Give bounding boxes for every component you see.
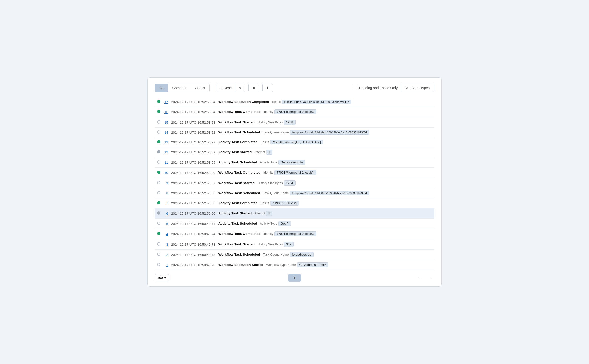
timeline-dot (157, 110, 160, 113)
event-timestamp: 2024-12-17 UTC 16:52:53.24 (170, 97, 217, 107)
pending-filter: Pending and Failed Only (353, 86, 398, 90)
table-row[interactable]: 42024-12-17 UTC 16:50:49.74Workflow Task… (155, 229, 434, 239)
event-id[interactable]: 4 (163, 229, 170, 239)
table-row[interactable]: 172024-12-17 UTC 16:52:53.24Workflow Exe… (155, 97, 434, 107)
table-row[interactable]: 112024-12-17 UTC 16:52:53.09Activity Tas… (155, 157, 434, 168)
per-page-value: 100 (157, 276, 163, 280)
prev-page-button[interactable]: ← (415, 274, 424, 281)
timeline-dot-cell (155, 208, 163, 219)
view-all-button[interactable]: All (155, 84, 168, 92)
pause-button[interactable]: ⏸ (248, 84, 259, 92)
event-name: Activity Task Completed (218, 201, 258, 205)
timeline-dot (157, 253, 160, 256)
table-row[interactable]: 12024-12-17 UTC 16:50:49.73Workflow Exec… (155, 260, 434, 270)
timeline-dot (157, 232, 160, 235)
timeline-dot-cell (155, 260, 163, 270)
pending-failed-checkbox[interactable] (353, 86, 357, 90)
next-page-button[interactable]: → (426, 274, 434, 281)
event-id[interactable]: 16 (163, 107, 170, 117)
event-id[interactable]: 8 (163, 188, 170, 198)
event-details-cell: Workflow Task Started History Size Bytes… (217, 178, 434, 188)
table-row[interactable]: 122024-12-17 UTC 16:52:53.09Activity Tas… (155, 147, 434, 157)
timeline-dot-cell (155, 137, 163, 147)
events-table: 172024-12-17 UTC 16:52:53.24Workflow Exe… (155, 97, 434, 270)
meta-label: Activity Type (259, 222, 277, 225)
meta-value: temporal-2.local:c61db8ac-189f-4b4e-8a15… (290, 191, 369, 195)
event-details-cell: Workflow Task Completed Identity77001@te… (217, 229, 434, 239)
table-row[interactable]: 162024-12-17 UTC 16:52:53.24Workflow Tas… (155, 107, 434, 117)
table-row[interactable]: 92024-12-17 UTC 16:52:53.07Workflow Task… (155, 178, 434, 188)
event-id[interactable]: 12 (163, 147, 170, 157)
event-details-cell: Activity Task Started Attempt1 (217, 147, 434, 157)
table-row[interactable]: 32024-12-17 UTC 16:50:49.73Workflow Task… (155, 239, 434, 250)
event-id[interactable]: 11 (163, 157, 170, 168)
event-id[interactable]: 1 (163, 260, 170, 270)
timeline-dot (157, 150, 160, 153)
event-id[interactable]: 10 (163, 168, 170, 178)
timeline-dot (157, 100, 160, 103)
event-name: Workflow Task Scheduled (218, 191, 260, 195)
table-row[interactable]: 152024-12-17 UTC 16:52:53.23Workflow Tas… (155, 117, 434, 128)
event-details-cell: Workflow Task Completed Identity77001@te… (217, 107, 434, 117)
event-details-cell: Activity Task Completed Result["198.51.1… (217, 198, 434, 208)
event-id[interactable]: 14 (163, 128, 170, 137)
event-timestamp: 2024-12-17 UTC 16:50:49.74 (170, 229, 217, 239)
sort-desc-button[interactable]: ↓ Desc (217, 84, 235, 92)
table-row[interactable]: 132024-12-17 UTC 16:52:53.22Activity Tas… (155, 137, 434, 147)
event-id[interactable]: 13 (163, 137, 170, 147)
event-details-cell: Workflow Task Completed Identity77001@te… (217, 168, 434, 178)
table-row[interactable]: 102024-12-17 UTC 16:52:53.09Workflow Tas… (155, 168, 434, 178)
event-name: Activity Task Started (218, 211, 252, 215)
table-row[interactable]: 62024-12-17 UTC 16:52:52.90Activity Task… (155, 208, 434, 219)
event-id[interactable]: 7 (163, 198, 170, 208)
meta-value: ["198.51.100.23"] (270, 201, 299, 206)
filter-icon: ⊘ (405, 86, 408, 90)
event-timestamp: 2024-12-17 UTC 16:52:53.05 (170, 198, 217, 208)
page-indicator: 1 (288, 274, 301, 282)
meta-label: History Size Bytes (257, 181, 283, 185)
table-row[interactable]: 52024-12-17 UTC 16:50:49.74Activity Task… (155, 219, 434, 229)
event-name: Workflow Task Started (218, 242, 255, 246)
event-name: Activity Task Started (218, 150, 252, 154)
timeline-dot (157, 120, 160, 124)
event-name: Workflow Task Completed (218, 171, 261, 174)
meta-value: 77001@temporal-2.local@ (274, 231, 316, 236)
event-types-button[interactable]: ⊘ Event Types (401, 84, 434, 92)
meta-value: 332 (284, 242, 294, 247)
timeline-dot (157, 140, 160, 143)
event-id[interactable]: 5 (163, 219, 170, 229)
event-id[interactable]: 6 (163, 208, 170, 219)
event-id[interactable]: 3 (163, 239, 170, 250)
main-container: All Compact JSON ↓ Desc ∨ ⏸ ⬇ Pending an… (147, 77, 442, 287)
event-details-cell: Workflow Task Started History Size Bytes… (217, 239, 434, 250)
event-details-cell: Activity Task Scheduled Activity TypeGet… (217, 219, 434, 229)
table-row[interactable]: 22024-12-17 UTC 16:50:49.73Workflow Task… (155, 250, 434, 260)
timeline-dot-cell (155, 168, 163, 178)
meta-label: Identity (262, 232, 273, 236)
view-compact-button[interactable]: Compact (168, 84, 191, 92)
table-row[interactable]: 72024-12-17 UTC 16:52:53.05Activity Task… (155, 198, 434, 208)
event-timestamp: 2024-12-17 UTC 16:50:49.73 (170, 239, 217, 250)
meta-value: GetLocationInfo (278, 160, 305, 165)
table-row[interactable]: 142024-12-17 UTC 16:52:53.22Workflow Tas… (155, 128, 434, 137)
per-page-select[interactable]: 100 ∨ (155, 274, 169, 281)
meta-value: GetIP (278, 221, 291, 226)
timeline-dot-cell (155, 219, 163, 229)
meta-value: ["Hello, Brian. Your IP is 198.51.100.23… (282, 100, 351, 104)
timeline-dot-cell (155, 188, 163, 198)
event-id[interactable]: 2 (163, 250, 170, 260)
meta-label: Task Queue Name (262, 191, 289, 195)
event-id[interactable]: 17 (163, 97, 170, 107)
event-name: Workflow Task Completed (218, 110, 261, 114)
event-timestamp: 2024-12-17 UTC 16:50:49.73 (170, 260, 217, 270)
table-row[interactable]: 82024-12-17 UTC 16:52:53.05Workflow Task… (155, 188, 434, 198)
view-json-button[interactable]: JSON (191, 84, 209, 92)
download-button[interactable]: ⬇ (262, 84, 273, 92)
meta-label: Identity (262, 171, 273, 174)
event-timestamp: 2024-12-17 UTC 16:50:49.73 (170, 250, 217, 260)
event-details-cell: Workflow Execution Started Workflow Type… (217, 260, 434, 270)
pause-icon: ⏸ (252, 86, 256, 90)
event-id[interactable]: 9 (163, 178, 170, 188)
event-id[interactable]: 15 (163, 117, 170, 128)
sort-dropdown-button[interactable]: ∨ (235, 84, 245, 92)
